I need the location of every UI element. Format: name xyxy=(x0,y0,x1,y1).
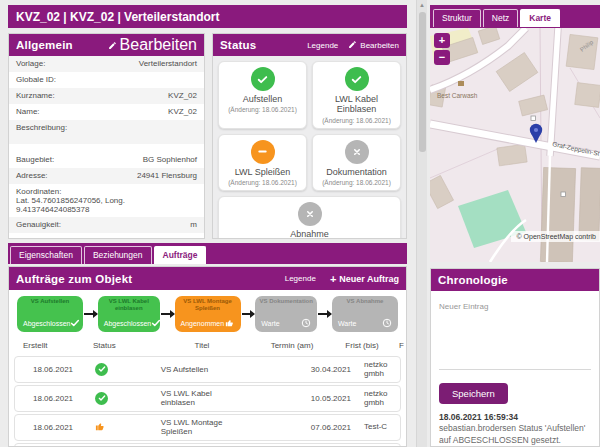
object-tab-bar: Eigenschaften Beziehungen Aufträge xyxy=(8,243,407,264)
allgemein-edit-button[interactable]: Bearbeiten xyxy=(108,36,197,54)
allgemein-fields: Vorlage:Verteilerstandort Globale ID: Ku… xyxy=(9,56,204,239)
status-card-abnahme: Abnahme (Änderung: 18.06.2021) xyxy=(218,196,401,239)
save-button[interactable]: Speichern xyxy=(439,383,508,404)
tab-netz[interactable]: Netz xyxy=(483,9,518,27)
pencil-icon xyxy=(108,36,117,54)
tab-karte[interactable]: Karte xyxy=(520,9,560,27)
status-legend-button[interactable]: Legende xyxy=(307,41,338,50)
app-root: KVZ_02 | KVZ_02 | Verteilerstandort Allg… xyxy=(0,0,600,447)
status-title: Status xyxy=(220,39,256,51)
status-header: Status Legende Bearbeiten xyxy=(213,34,406,56)
workflow-arrow xyxy=(318,313,331,315)
field-genauigkeit: Genauigkeit:m xyxy=(9,217,204,233)
map-view[interactable]: Best Carwash Graf-Zeppelin-St Philip + −… xyxy=(430,28,600,262)
table-row[interactable] xyxy=(14,443,401,447)
workflow-chip-lwl-kabel[interactable]: VS LWL Kabel einblasen Abgeschlossen xyxy=(98,296,160,332)
status-cards: Aufstellen (Änderung: 18.06.2021) LWL Ka… xyxy=(213,56,406,239)
scrollbar-thumb[interactable] xyxy=(419,12,426,152)
workflow-chip-dokumentation[interactable]: VS Dokumentation Warte xyxy=(255,296,317,332)
zoom-out-button[interactable]: − xyxy=(434,50,450,65)
map-canvas: Best Carwash Graf-Zeppelin-St Philip xyxy=(430,28,600,262)
field-baugebiet: Baugebiet:BG Sophienhof xyxy=(9,152,204,168)
auftraege-title: Aufträge zum Objekt xyxy=(16,273,132,285)
field-koordinaten: Koordinaten: Lat. 54.7601856247056, Long… xyxy=(9,184,204,217)
new-auftrag-button[interactable]: + Neuer Auftrag xyxy=(330,273,399,285)
check-circle-icon xyxy=(95,392,108,405)
chronologie-header: Chronologie xyxy=(431,269,599,291)
status-card-lwl-spleissen: LWL Spleißen (Änderung: 18.06.2021) xyxy=(218,134,307,191)
chronologie-panel: Chronologie Neuer Eintrag Speichern 18.0… xyxy=(430,268,600,447)
table-row[interactable]: 18.06.2021 VS LWL Kabel einblasen 10.05.… xyxy=(14,385,401,412)
field-vorlage: Vorlage:Verteilerstandort xyxy=(9,56,204,72)
status-panel: Status Legende Bearbeiten Aufstellen (Än… xyxy=(212,33,407,239)
tab-struktur[interactable]: Struktur xyxy=(433,9,481,27)
table-row[interactable]: 18.06.2021 VS Aufstellen 30.04.2021 netz… xyxy=(14,356,401,383)
zoom-in-button[interactable]: + xyxy=(434,33,450,48)
page-title: KVZ_02 | KVZ_02 | Verteilerstandort xyxy=(8,5,407,28)
auftraege-header: Aufträge zum Objekt Legende + Neuer Auft… xyxy=(9,267,406,290)
chronologie-title: Chronologie xyxy=(438,274,508,286)
auftraege-panel: Aufträge zum Objekt Legende + Neuer Auft… xyxy=(8,266,407,447)
status-card-dokumentation: Dokumentation (Änderung: 18.06.2021) xyxy=(312,134,401,191)
clock-icon xyxy=(301,318,311,329)
field-beschreibung: Beschreibung: xyxy=(9,120,204,144)
status-card-lwl-kabel: LWL Kabel Einblasen (Änderung: 18.06.202… xyxy=(312,61,401,129)
new-entry-textarea[interactable]: Neuer Eintrag xyxy=(439,297,591,370)
new-auftrag-label: Neuer Auftrag xyxy=(339,274,399,284)
vertical-scrollbar[interactable]: ▲ xyxy=(416,0,427,447)
orders-table-header: Erstellt Status Titel Termin (am) Frist … xyxy=(9,337,406,354)
osm-attribution-link[interactable]: © OpenStreetMap contrib xyxy=(511,231,600,242)
field-name: Name:KVZ_02 xyxy=(9,104,204,120)
allgemein-title: Allgemein xyxy=(16,39,73,51)
workflow-chip-vs-aufstellen[interactable]: VS Aufstellen Abgeschlossen xyxy=(17,296,83,332)
field-adresse: Adresse:24941 Flensburg xyxy=(9,168,204,184)
workflow-strip: VS Aufstellen Abgeschlossen VS LWL Kabel… xyxy=(9,290,406,337)
check-circle-icon xyxy=(95,363,108,376)
status-card-aufstellen: Aufstellen (Änderung: 18.06.2021) xyxy=(218,61,307,129)
allgemein-header: Allgemein Bearbeiten xyxy=(9,34,204,56)
orders-table: Erstellt Status Titel Termin (am) Frist … xyxy=(9,337,406,447)
table-row[interactable]: 18.06.2021 VS LWL Montage Spleißen 07.06… xyxy=(14,414,401,441)
tab-eigenschaften[interactable]: Eigenschaften xyxy=(10,246,82,264)
thumb-up-icon xyxy=(95,421,106,434)
view-tab-bar: Struktur Netz Karte xyxy=(430,5,600,28)
allgemein-edit-label: Bearbeiten xyxy=(120,36,197,54)
carwash-poi-icon xyxy=(458,81,464,86)
map-poi-label: Best Carwash xyxy=(437,92,478,99)
minus-circle-icon xyxy=(251,140,275,164)
x-circle-icon xyxy=(298,202,322,226)
pencil-icon xyxy=(348,40,357,51)
field-rollen: Rollen:Flensburg xyxy=(9,233,204,239)
status-edit-label: Bearbeiten xyxy=(360,41,399,50)
log-user: sebastian.brodersen xyxy=(439,423,516,433)
clock-icon xyxy=(382,318,392,329)
field-globale-id: Globale ID: xyxy=(9,72,204,88)
auftraege-legend-button[interactable]: Legende xyxy=(285,274,316,283)
workflow-chip-abnahme[interactable]: VS Abnahme Warte xyxy=(332,296,398,332)
workflow-arrow xyxy=(84,313,97,315)
tab-beziehungen[interactable]: Beziehungen xyxy=(84,246,152,264)
log-timestamp: 18.06.2021 16:59:34 xyxy=(439,412,518,422)
check-circle-icon xyxy=(345,67,369,91)
check-circle-icon xyxy=(251,67,275,91)
workflow-arrow xyxy=(161,313,174,315)
allgemein-panel: Allgemein Bearbeiten Vorlage:Verteilerst… xyxy=(8,33,205,239)
x-circle-icon xyxy=(345,140,369,164)
map-zoom-controls: + − xyxy=(434,33,450,65)
workflow-arrow xyxy=(242,313,255,315)
scrollbar-up-arrow[interactable]: ▲ xyxy=(417,0,427,10)
thumb-up-icon xyxy=(225,318,235,329)
status-edit-button[interactable]: Bearbeiten xyxy=(348,40,399,51)
log-entry: 18.06.2021 16:59:34 sebastian.brodersen … xyxy=(439,412,591,446)
field-kurzname: Kurzname:KVZ_02 xyxy=(9,88,204,104)
check-icon xyxy=(151,318,161,329)
workflow-chip-lwl-montage[interactable]: VS LWL Montage Spleißen Angenommen xyxy=(175,296,241,332)
tab-auftraege[interactable]: Aufträge xyxy=(154,246,207,264)
fields-spacer xyxy=(9,144,204,152)
plus-icon: + xyxy=(330,273,336,285)
check-icon xyxy=(70,318,80,329)
